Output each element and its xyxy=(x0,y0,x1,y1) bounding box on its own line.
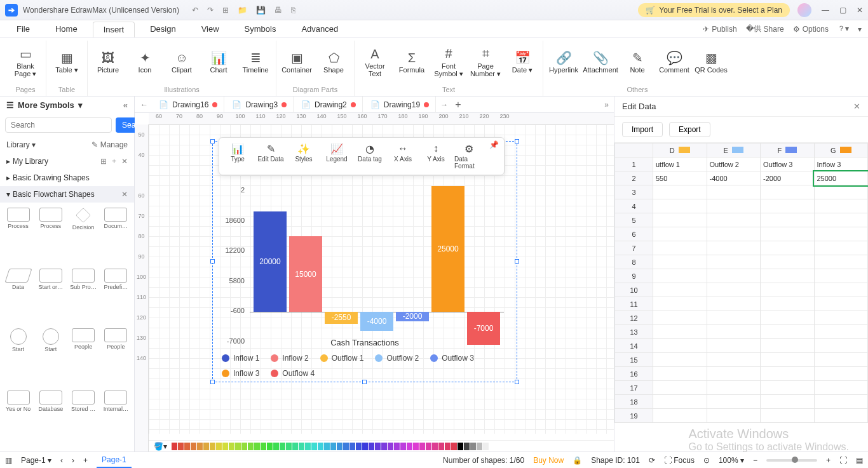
date-button[interactable]: 📅Date ▾ xyxy=(506,41,539,83)
add-tab-icon[interactable]: + xyxy=(455,99,461,110)
zoom-slider[interactable] xyxy=(766,459,817,462)
next-page-icon[interactable]: › xyxy=(72,456,74,465)
shape-item[interactable]: Start or… xyxy=(35,267,66,326)
styles-button[interactable]: ✨Styles xyxy=(288,140,320,172)
add-page-icon[interactable]: + xyxy=(83,456,88,465)
chart-object[interactable]: 218600122005800-600-7000 2000015000-2550… xyxy=(212,141,517,382)
buy-now-link[interactable]: Buy Now xyxy=(533,456,564,465)
collapse-panel-icon[interactable]: « xyxy=(123,100,128,110)
shape-item[interactable]: Decision xyxy=(68,206,99,266)
blank-page-button[interactable]: ▭Blank Page ▾ xyxy=(9,41,42,83)
options-button[interactable]: ⚙ Options xyxy=(793,25,829,34)
close-cat-icon[interactable]: ✕ xyxy=(121,190,128,199)
tab-symbols[interactable]: Symbols xyxy=(234,22,287,36)
page-list-icon[interactable]: ▥ xyxy=(5,456,12,465)
search-input[interactable] xyxy=(5,117,112,133)
shape-item[interactable]: Internal… xyxy=(100,389,132,448)
data-tag-button[interactable]: ◔Data tag xyxy=(354,140,386,172)
tab-design[interactable]: Design xyxy=(140,22,186,36)
export-icon[interactable]: ⎘ xyxy=(291,6,295,15)
chevron-icon[interactable]: ▾ xyxy=(78,100,83,110)
vector-text-button[interactable]: AVector Text xyxy=(358,41,391,83)
page-number-button[interactable]: ⌗Page Number ▾ xyxy=(469,41,502,83)
close-icon[interactable]: ✕ xyxy=(857,6,863,15)
cat-basic-drawing[interactable]: ▸Basic Drawing Shapes xyxy=(0,170,134,186)
clipart-button[interactable]: ☺Clipart xyxy=(165,41,198,83)
open-icon[interactable]: 📁 xyxy=(238,6,247,15)
remove-icon[interactable]: ✕ xyxy=(121,157,128,166)
formula-button[interactable]: ΣFormula xyxy=(395,41,428,83)
shape-item[interactable]: Yes or No xyxy=(3,389,34,448)
undo-icon[interactable]: ↶ xyxy=(192,6,198,15)
font-symbol-button[interactable]: #Font Symbol ▾ xyxy=(432,41,465,83)
panel-toggle-icon[interactable]: » xyxy=(604,100,614,109)
tab-prev-icon[interactable]: ← xyxy=(137,100,151,109)
note-button[interactable]: ✎Note xyxy=(621,41,654,83)
tab-file[interactable]: File xyxy=(6,22,40,36)
tab-insert[interactable]: Insert xyxy=(93,22,135,37)
focus-button[interactable]: ⛶ Focus xyxy=(664,456,695,465)
tab-next-icon[interactable]: → xyxy=(437,100,451,109)
new-icon[interactable]: ⊞ xyxy=(222,6,229,15)
publish-button[interactable]: ✈ Publish xyxy=(703,25,736,34)
zoom-out-icon[interactable]: − xyxy=(753,456,757,465)
close-panel-icon[interactable]: ✕ xyxy=(853,102,860,111)
paint-bucket-icon[interactable]: 🪣▾ xyxy=(154,442,167,451)
avatar[interactable] xyxy=(797,3,811,17)
x-axis-button[interactable]: ↔X Axis xyxy=(387,140,419,172)
shape-item[interactable]: Predefi… xyxy=(100,267,132,326)
attachment-button[interactable]: 📎Attachment xyxy=(584,41,617,83)
shape-item[interactable]: Data xyxy=(3,267,34,326)
hamburger-icon[interactable]: ☰ xyxy=(6,100,14,110)
tab-view[interactable]: View xyxy=(191,22,229,36)
export-button[interactable]: Export xyxy=(669,122,710,137)
shape-item[interactable]: Process xyxy=(35,206,66,266)
tab-advanced[interactable]: Advanced xyxy=(291,22,348,36)
shape-item[interactable]: Docum… xyxy=(100,206,132,266)
refresh-icon[interactable]: ⟳ xyxy=(649,456,655,465)
print-icon[interactable]: 🖶 xyxy=(275,6,282,15)
zoom-level[interactable]: 100% ▾ xyxy=(719,456,744,465)
picture-button[interactable]: 🖼Picture xyxy=(92,41,125,83)
cat-basic-flowchart[interactable]: ▾Basic Flowchart Shapes✕ xyxy=(0,186,134,203)
pin-icon[interactable]: 📌 xyxy=(486,140,501,172)
table-button[interactable]: ▦Table ▾ xyxy=(50,41,83,83)
shape-item[interactable]: Start xyxy=(35,327,66,388)
container-button[interactable]: ▣Container xyxy=(280,41,313,83)
doc-tab[interactable]: 📄Drawing2 xyxy=(295,97,363,113)
canvas-body[interactable]: 📊Type ✎Edit Data ✨Styles 📈Legend ◔Data t… xyxy=(149,124,614,434)
color-swatch-strip[interactable]: 🪣▾ xyxy=(149,440,614,451)
type-button[interactable]: 📊Type xyxy=(222,140,254,172)
shape-item[interactable]: Database xyxy=(35,389,66,448)
collapse-ribbon-icon[interactable]: ▾ xyxy=(858,25,862,34)
maximize-icon[interactable]: ▢ xyxy=(839,6,846,15)
trial-banner[interactable]: 🛒 Your Free Trial is over. Select a Plan xyxy=(638,3,790,17)
shape-button[interactable]: ⬠Shape xyxy=(317,41,350,83)
panels-icon[interactable]: ▤ xyxy=(856,456,863,465)
grid-icon[interactable]: ⊞ xyxy=(100,157,107,166)
zoom-in-icon[interactable]: + xyxy=(826,456,831,465)
shape-item[interactable]: People xyxy=(68,327,99,388)
library-dropdown[interactable]: Library ▾ xyxy=(6,140,36,149)
lock-icon[interactable]: 🔒 xyxy=(573,456,582,465)
shape-item[interactable]: People xyxy=(100,327,132,388)
comment-button[interactable]: 💬Comment xyxy=(658,41,691,83)
icon-button[interactable]: ✦Icon xyxy=(128,41,161,83)
legend-button[interactable]: 📈Legend xyxy=(321,140,353,172)
prev-page-icon[interactable]: ‹ xyxy=(60,456,63,465)
redo-icon[interactable]: ↷ xyxy=(207,6,214,15)
timeline-button[interactable]: ≣Timeline xyxy=(239,41,272,83)
manage-button[interactable]: ✎ Manage xyxy=(92,140,128,149)
page-tab[interactable]: Page-1 xyxy=(97,453,132,468)
my-library-item[interactable]: ▸My Library⊞+✕ xyxy=(0,153,134,170)
shape-item[interactable]: Start xyxy=(3,327,34,388)
data-format-button[interactable]: ⚙Data Format xyxy=(453,140,485,172)
shape-item[interactable]: Stored … xyxy=(68,389,99,448)
minimize-icon[interactable]: — xyxy=(822,6,829,15)
data-grid[interactable]: DEFG1utflow 1Outflow 2Outflow 3Inflow 32… xyxy=(614,142,868,451)
share-button[interactable]: �供 Share xyxy=(746,23,784,34)
shape-item[interactable]: Process xyxy=(3,206,34,266)
doc-tab[interactable]: 📄Drawing3 xyxy=(226,97,294,113)
import-button[interactable]: Import xyxy=(622,122,663,137)
page-selector[interactable]: Page-1 ▾ xyxy=(21,456,51,465)
